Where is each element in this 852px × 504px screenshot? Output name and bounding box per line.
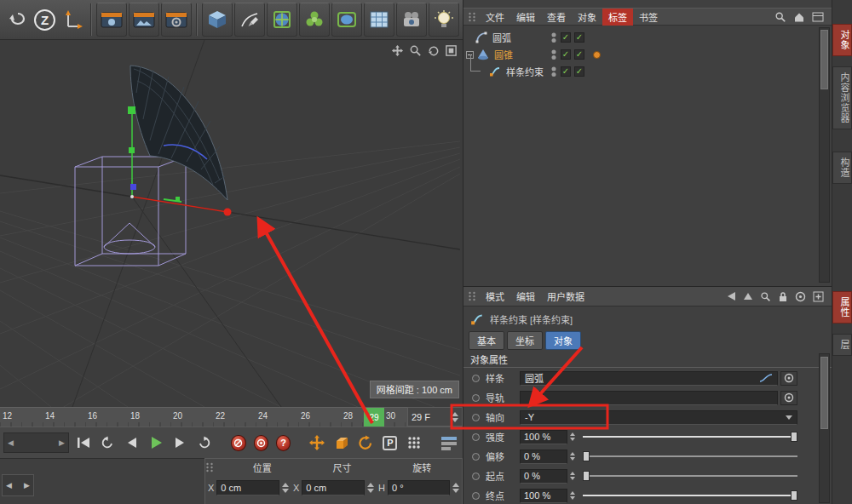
rail-link-field[interactable] (520, 391, 778, 405)
strength-slider[interactable] (583, 431, 797, 443)
camera-button[interactable] (396, 3, 427, 37)
menu-view[interactable]: 查看 (541, 9, 572, 26)
position-x-stepper[interactable] (282, 483, 289, 493)
enable-check-icon[interactable]: ✓ (561, 32, 571, 43)
record-parameter-toggle[interactable]: P (380, 432, 400, 454)
step-right-arrow[interactable]: ▶ (24, 481, 30, 490)
keyframe-dot[interactable] (472, 453, 480, 461)
keyframe-dot[interactable] (472, 375, 480, 382)
end-slider[interactable] (583, 490, 797, 501)
dock-tab-structure[interactable]: 构造 (832, 152, 852, 184)
generator-button[interactable] (299, 3, 330, 37)
enable-check-icon[interactable]: ✓ (574, 49, 584, 60)
offset-input[interactable]: 0 % (520, 450, 567, 464)
autokeying-button[interactable] (254, 435, 268, 451)
object-name[interactable]: 圆锥 (494, 48, 513, 61)
record-position-toggle[interactable] (308, 432, 328, 454)
render-settings-button[interactable] (161, 3, 192, 37)
pin-button[interactable] (795, 291, 806, 302)
record-rotation-toggle[interactable] (356, 432, 377, 454)
menu-bookmarks[interactable]: 书签 (633, 9, 664, 26)
spline-pen-button[interactable] (234, 3, 265, 37)
next-frame-button[interactable] (170, 432, 191, 454)
horizontal-scroll-stepper[interactable]: ◀ ▶ (2, 474, 34, 496)
tab-basic[interactable]: 基本 (469, 331, 504, 350)
enable-check-icon[interactable]: ✓ (561, 49, 571, 60)
history-up-button[interactable] (743, 291, 753, 301)
layout-button[interactable] (812, 11, 824, 23)
previous-frame-button[interactable] (122, 432, 142, 454)
tab-object[interactable]: 对象 (545, 331, 581, 350)
scrollbar-thumb[interactable] (820, 30, 828, 89)
rotation-h-stepper[interactable] (452, 483, 459, 493)
render-view-button[interactable] (96, 3, 127, 37)
scroll-right-arrow[interactable]: ▶ (59, 438, 65, 447)
light-button[interactable] (429, 3, 459, 37)
rotation-h-input[interactable]: 0 ° (388, 480, 450, 495)
goto-start-button[interactable] (73, 432, 94, 454)
menu-tags[interactable]: 标签 (602, 9, 633, 26)
enable-check-icon[interactable]: ✓ (574, 32, 584, 43)
offset-stepper[interactable] (570, 452, 575, 461)
strength-stepper[interactable] (570, 432, 575, 441)
strength-input[interactable]: 100 % (520, 430, 567, 444)
object-row-cone[interactable]: 圆锥 ✓ ✓ (463, 46, 817, 63)
menu-edit[interactable]: 编辑 (510, 288, 541, 305)
start-slider[interactable] (583, 470, 797, 482)
record-pla-toggle[interactable] (405, 432, 425, 454)
timeline-window-button[interactable] (439, 432, 459, 454)
start-input[interactable]: 0 % (520, 469, 567, 484)
current-frame-field[interactable]: 29 F (407, 407, 463, 427)
scrollbar-thumb[interactable] (820, 357, 828, 429)
spline-constraint-tag-icon[interactable] (593, 51, 601, 59)
floor-button[interactable] (364, 3, 394, 37)
scroll-left-arrow[interactable]: ◀ (8, 438, 14, 447)
visibility-dots-icon[interactable] (550, 49, 557, 60)
menu-user-data[interactable]: 用户数据 (541, 288, 590, 305)
deformer-button[interactable] (331, 3, 362, 37)
dock-tab-content-browser[interactable]: 内容浏览器 (832, 66, 852, 129)
keyframe-dot[interactable] (472, 414, 480, 421)
viewport-pan-button[interactable] (390, 43, 404, 57)
record-options-button[interactable]: ? (276, 435, 291, 451)
tab-coordinates[interactable]: 坐标 (507, 331, 543, 350)
dock-tab-attributes[interactable]: 属性 (832, 291, 852, 324)
lock-button[interactable] (778, 291, 788, 302)
enable-check-icon[interactable]: ✓ (574, 66, 584, 77)
end-input[interactable]: 100 % (520, 489, 567, 503)
keyframe-dot[interactable] (472, 472, 480, 480)
timeline-scrollbar[interactable]: ◀ ▶ (3, 432, 69, 453)
time-slider-playhead[interactable]: 29 (364, 408, 384, 427)
history-back-button[interactable] (725, 291, 736, 301)
move-axis-button[interactable] (60, 3, 86, 37)
timeline-ruler[interactable]: 12 14 16 18 20 22 24 26 28 30 29 (0, 407, 407, 427)
subdivision-surface-button[interactable] (267, 3, 297, 37)
menu-file[interactable]: 文件 (480, 9, 510, 26)
visibility-dots-icon[interactable] (550, 66, 557, 77)
object-manager-scrollbar[interactable] (819, 27, 830, 283)
keyframe-dot[interactable] (472, 433, 480, 441)
step-left-arrow[interactable]: ◀ (6, 481, 12, 490)
attribute-scrollbar[interactable] (819, 353, 830, 503)
viewport[interactable]: 网格间距 : 100 cm (0, 40, 463, 407)
menu-objects[interactable]: 对象 (572, 9, 602, 26)
start-stepper[interactable] (570, 472, 575, 480)
offset-slider[interactable] (583, 450, 797, 462)
object-name[interactable]: 样条约束 (506, 65, 544, 78)
search-button[interactable] (760, 291, 771, 302)
rail-picker-button[interactable] (780, 391, 797, 405)
cube-primitive-button[interactable] (202, 3, 233, 37)
home-button[interactable] (793, 11, 805, 23)
end-stepper[interactable] (570, 491, 575, 500)
previous-key-button[interactable] (97, 432, 118, 454)
visibility-dots-icon[interactable] (550, 32, 557, 43)
size-x-input[interactable]: 0 cm (302, 480, 365, 495)
dock-tab-layers[interactable]: 层 (832, 334, 852, 356)
dock-tab-objects[interactable]: 对象 (832, 24, 852, 56)
enable-check-icon[interactable]: ✓ (561, 66, 571, 77)
viewport-zoom-button[interactable] (408, 43, 422, 57)
new-panel-button[interactable] (813, 291, 824, 302)
object-row-arc[interactable]: 圆弧 ✓ ✓ (463, 29, 817, 46)
menu-mode[interactable]: 模式 (480, 288, 510, 305)
viewport-rotate-button[interactable] (426, 43, 440, 57)
